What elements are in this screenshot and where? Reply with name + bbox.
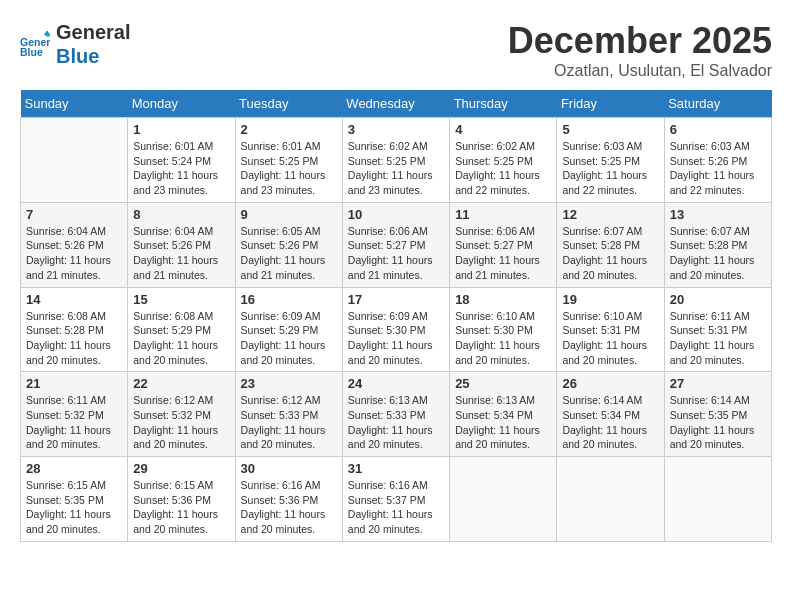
- calendar-day-cell: 11Sunrise: 6:06 AM Sunset: 5:27 PM Dayli…: [450, 202, 557, 287]
- calendar-day-cell: 18Sunrise: 6:10 AM Sunset: 5:30 PM Dayli…: [450, 287, 557, 372]
- calendar-day-cell: [664, 457, 771, 542]
- calendar-week-row: 1Sunrise: 6:01 AM Sunset: 5:24 PM Daylig…: [21, 118, 772, 203]
- calendar-day-cell: 10Sunrise: 6:06 AM Sunset: 5:27 PM Dayli…: [342, 202, 449, 287]
- day-info: Sunrise: 6:06 AM Sunset: 5:27 PM Dayligh…: [348, 224, 444, 283]
- day-number: 24: [348, 376, 444, 391]
- day-number: 20: [670, 292, 766, 307]
- day-number: 21: [26, 376, 122, 391]
- day-number: 22: [133, 376, 229, 391]
- day-info: Sunrise: 6:15 AM Sunset: 5:35 PM Dayligh…: [26, 478, 122, 537]
- calendar-day-cell: 31Sunrise: 6:16 AM Sunset: 5:37 PM Dayli…: [342, 457, 449, 542]
- day-info: Sunrise: 6:14 AM Sunset: 5:35 PM Dayligh…: [670, 393, 766, 452]
- calendar-day-cell: [21, 118, 128, 203]
- day-number: 29: [133, 461, 229, 476]
- day-info: Sunrise: 6:08 AM Sunset: 5:28 PM Dayligh…: [26, 309, 122, 368]
- calendar-day-cell: 3Sunrise: 6:02 AM Sunset: 5:25 PM Daylig…: [342, 118, 449, 203]
- day-number: 16: [241, 292, 337, 307]
- day-number: 17: [348, 292, 444, 307]
- calendar-day-cell: 13Sunrise: 6:07 AM Sunset: 5:28 PM Dayli…: [664, 202, 771, 287]
- day-info: Sunrise: 6:04 AM Sunset: 5:26 PM Dayligh…: [133, 224, 229, 283]
- day-number: 23: [241, 376, 337, 391]
- day-info: Sunrise: 6:14 AM Sunset: 5:34 PM Dayligh…: [562, 393, 658, 452]
- calendar-day-cell: [557, 457, 664, 542]
- day-number: 8: [133, 207, 229, 222]
- month-title: December 2025: [508, 20, 772, 62]
- calendar-day-cell: 28Sunrise: 6:15 AM Sunset: 5:35 PM Dayli…: [21, 457, 128, 542]
- day-number: 2: [241, 122, 337, 137]
- calendar-day-cell: 24Sunrise: 6:13 AM Sunset: 5:33 PM Dayli…: [342, 372, 449, 457]
- calendar-day-cell: 7Sunrise: 6:04 AM Sunset: 5:26 PM Daylig…: [21, 202, 128, 287]
- day-info: Sunrise: 6:05 AM Sunset: 5:26 PM Dayligh…: [241, 224, 337, 283]
- calendar-day-cell: 8Sunrise: 6:04 AM Sunset: 5:26 PM Daylig…: [128, 202, 235, 287]
- location-subtitle: Ozatlan, Usulutan, El Salvador: [508, 62, 772, 80]
- page-header: General Blue General Blue December 2025 …: [20, 20, 772, 80]
- day-of-week-header: Sunday: [21, 90, 128, 118]
- day-number: 26: [562, 376, 658, 391]
- calendar-day-cell: 20Sunrise: 6:11 AM Sunset: 5:31 PM Dayli…: [664, 287, 771, 372]
- svg-text:Blue: Blue: [20, 46, 43, 58]
- day-of-week-header: Friday: [557, 90, 664, 118]
- day-of-week-header: Saturday: [664, 90, 771, 118]
- day-info: Sunrise: 6:13 AM Sunset: 5:34 PM Dayligh…: [455, 393, 551, 452]
- calendar-day-cell: 25Sunrise: 6:13 AM Sunset: 5:34 PM Dayli…: [450, 372, 557, 457]
- day-number: 3: [348, 122, 444, 137]
- day-info: Sunrise: 6:03 AM Sunset: 5:26 PM Dayligh…: [670, 139, 766, 198]
- day-number: 5: [562, 122, 658, 137]
- day-number: 25: [455, 376, 551, 391]
- day-of-week-header: Thursday: [450, 90, 557, 118]
- title-block: December 2025 Ozatlan, Usulutan, El Salv…: [508, 20, 772, 80]
- day-number: 11: [455, 207, 551, 222]
- calendar-week-row: 28Sunrise: 6:15 AM Sunset: 5:35 PM Dayli…: [21, 457, 772, 542]
- calendar-day-cell: 22Sunrise: 6:12 AM Sunset: 5:32 PM Dayli…: [128, 372, 235, 457]
- calendar-day-cell: 15Sunrise: 6:08 AM Sunset: 5:29 PM Dayli…: [128, 287, 235, 372]
- day-number: 13: [670, 207, 766, 222]
- calendar-day-cell: 6Sunrise: 6:03 AM Sunset: 5:26 PM Daylig…: [664, 118, 771, 203]
- calendar-day-cell: 30Sunrise: 6:16 AM Sunset: 5:36 PM Dayli…: [235, 457, 342, 542]
- day-of-week-header: Tuesday: [235, 90, 342, 118]
- day-info: Sunrise: 6:02 AM Sunset: 5:25 PM Dayligh…: [348, 139, 444, 198]
- day-of-week-header: Monday: [128, 90, 235, 118]
- day-info: Sunrise: 6:11 AM Sunset: 5:31 PM Dayligh…: [670, 309, 766, 368]
- calendar-day-cell: 12Sunrise: 6:07 AM Sunset: 5:28 PM Dayli…: [557, 202, 664, 287]
- logo-line2: Blue: [56, 44, 130, 68]
- calendar-week-row: 21Sunrise: 6:11 AM Sunset: 5:32 PM Dayli…: [21, 372, 772, 457]
- day-number: 18: [455, 292, 551, 307]
- calendar-day-cell: 17Sunrise: 6:09 AM Sunset: 5:30 PM Dayli…: [342, 287, 449, 372]
- day-info: Sunrise: 6:13 AM Sunset: 5:33 PM Dayligh…: [348, 393, 444, 452]
- day-number: 4: [455, 122, 551, 137]
- day-info: Sunrise: 6:10 AM Sunset: 5:31 PM Dayligh…: [562, 309, 658, 368]
- day-info: Sunrise: 6:07 AM Sunset: 5:28 PM Dayligh…: [562, 224, 658, 283]
- day-number: 31: [348, 461, 444, 476]
- calendar-day-cell: 14Sunrise: 6:08 AM Sunset: 5:28 PM Dayli…: [21, 287, 128, 372]
- calendar-day-cell: [450, 457, 557, 542]
- day-number: 6: [670, 122, 766, 137]
- day-info: Sunrise: 6:07 AM Sunset: 5:28 PM Dayligh…: [670, 224, 766, 283]
- day-info: Sunrise: 6:02 AM Sunset: 5:25 PM Dayligh…: [455, 139, 551, 198]
- calendar-day-cell: 2Sunrise: 6:01 AM Sunset: 5:25 PM Daylig…: [235, 118, 342, 203]
- day-number: 14: [26, 292, 122, 307]
- logo-icon: General Blue: [20, 29, 50, 59]
- day-info: Sunrise: 6:09 AM Sunset: 5:30 PM Dayligh…: [348, 309, 444, 368]
- day-info: Sunrise: 6:16 AM Sunset: 5:36 PM Dayligh…: [241, 478, 337, 537]
- day-number: 12: [562, 207, 658, 222]
- day-info: Sunrise: 6:09 AM Sunset: 5:29 PM Dayligh…: [241, 309, 337, 368]
- day-number: 27: [670, 376, 766, 391]
- day-number: 7: [26, 207, 122, 222]
- day-info: Sunrise: 6:03 AM Sunset: 5:25 PM Dayligh…: [562, 139, 658, 198]
- logo: General Blue General Blue: [20, 20, 130, 68]
- logo-line1: General: [56, 20, 130, 44]
- day-number: 30: [241, 461, 337, 476]
- day-info: Sunrise: 6:11 AM Sunset: 5:32 PM Dayligh…: [26, 393, 122, 452]
- calendar-day-cell: 19Sunrise: 6:10 AM Sunset: 5:31 PM Dayli…: [557, 287, 664, 372]
- calendar-day-cell: 21Sunrise: 6:11 AM Sunset: 5:32 PM Dayli…: [21, 372, 128, 457]
- day-info: Sunrise: 6:16 AM Sunset: 5:37 PM Dayligh…: [348, 478, 444, 537]
- calendar-week-row: 14Sunrise: 6:08 AM Sunset: 5:28 PM Dayli…: [21, 287, 772, 372]
- day-info: Sunrise: 6:06 AM Sunset: 5:27 PM Dayligh…: [455, 224, 551, 283]
- calendar-day-cell: 27Sunrise: 6:14 AM Sunset: 5:35 PM Dayli…: [664, 372, 771, 457]
- day-of-week-header: Wednesday: [342, 90, 449, 118]
- day-info: Sunrise: 6:08 AM Sunset: 5:29 PM Dayligh…: [133, 309, 229, 368]
- day-number: 1: [133, 122, 229, 137]
- day-number: 9: [241, 207, 337, 222]
- calendar-day-cell: 26Sunrise: 6:14 AM Sunset: 5:34 PM Dayli…: [557, 372, 664, 457]
- calendar-day-cell: 4Sunrise: 6:02 AM Sunset: 5:25 PM Daylig…: [450, 118, 557, 203]
